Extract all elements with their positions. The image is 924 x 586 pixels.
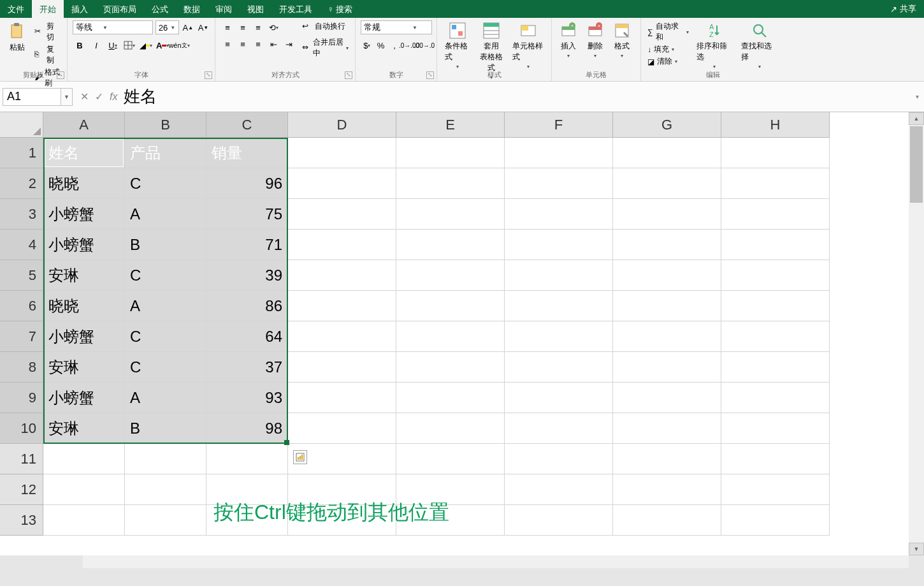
row-header-7[interactable]: 7 <box>0 321 43 352</box>
tab-formulas[interactable]: 公式 <box>144 0 176 18</box>
decrease-decimal-button[interactable]: .00→.0 <box>417 38 431 52</box>
align-center-button[interactable]: ≡ <box>236 37 250 51</box>
column-header-B[interactable]: B <box>125 112 206 138</box>
align-bottom-button[interactable]: ≡ <box>251 20 265 34</box>
orientation-button[interactable]: ⟲▾ <box>266 20 280 34</box>
cell-B12[interactable] <box>125 474 206 505</box>
vertical-scrollbar[interactable]: ▲ ▼ <box>909 112 924 555</box>
scroll-up-button[interactable]: ▲ <box>909 112 924 125</box>
cell-F10[interactable] <box>505 413 613 444</box>
cell-A7[interactable]: 小螃蟹 <box>43 321 125 352</box>
cancel-formula-button[interactable]: ✕ <box>80 91 89 103</box>
cell-E4[interactable] <box>396 230 505 260</box>
cell-A4[interactable]: 小螃蟹 <box>43 230 125 260</box>
increase-font-button[interactable]: A▲ <box>182 20 194 34</box>
quick-analysis-button[interactable] <box>293 450 307 464</box>
outdent-button[interactable]: ⇤ <box>266 37 280 51</box>
row-header-11[interactable]: 11 <box>0 444 43 474</box>
border-button[interactable]: ▾ <box>122 38 136 52</box>
cell-D8[interactable] <box>288 352 396 383</box>
cell-A11[interactable] <box>43 444 125 474</box>
cell-G5[interactable] <box>613 260 721 291</box>
cell-E3[interactable] <box>396 199 505 230</box>
column-header-C[interactable]: C <box>206 112 288 138</box>
horizontal-scrollbar[interactable] <box>83 555 909 568</box>
cell-F1[interactable] <box>505 138 613 168</box>
cell-C5[interactable]: 39 <box>206 260 288 291</box>
tab-page-layout[interactable]: 页面布局 <box>96 0 144 18</box>
font-color-button[interactable]: A▾ <box>155 38 170 52</box>
phonetic-button[interactable]: wén文▾ <box>172 38 186 52</box>
row-header-1[interactable]: 1 <box>0 138 43 168</box>
cell-C10[interactable]: 98 <box>206 413 288 444</box>
cell-E5[interactable] <box>396 260 505 291</box>
font-launcher[interactable]: ⤡ <box>205 71 212 79</box>
cell-D2[interactable] <box>288 168 396 199</box>
tab-home[interactable]: 开始 <box>32 0 64 18</box>
cell-E9[interactable] <box>396 383 505 413</box>
cell-A1[interactable]: 姓名 <box>43 138 125 168</box>
cell-A12[interactable] <box>43 474 125 505</box>
cell-E11[interactable] <box>396 444 505 474</box>
clear-button[interactable]: ◪清除▾ <box>646 55 690 68</box>
row-header-8[interactable]: 8 <box>0 352 43 383</box>
scroll-down-button[interactable]: ▼ <box>909 543 924 555</box>
tab-view[interactable]: 视图 <box>240 0 271 18</box>
cell-C7[interactable]: 64 <box>206 321 288 352</box>
underline-button[interactable]: U▾ <box>106 38 120 52</box>
cell-A8[interactable]: 安琳 <box>43 352 125 383</box>
expand-formula-bar[interactable]: ▾ <box>910 93 924 100</box>
align-right-button[interactable]: ≡ <box>251 37 265 51</box>
cell-H1[interactable] <box>721 138 830 168</box>
cell-C3[interactable]: 75 <box>206 199 288 230</box>
cell-D7[interactable] <box>288 321 396 352</box>
name-box-dropdown[interactable]: ▼ <box>61 88 73 106</box>
copy-button[interactable]: ⎘复制 <box>33 43 62 66</box>
fill-color-button[interactable]: ◢▾ <box>139 38 153 52</box>
cell-C4[interactable]: 71 <box>206 230 288 260</box>
cell-F3[interactable] <box>505 199 613 230</box>
percent-button[interactable]: % <box>375 38 387 52</box>
cell-G11[interactable] <box>613 444 721 474</box>
cell-A5[interactable]: 安琳 <box>43 260 125 291</box>
cell-H10[interactable] <box>721 413 830 444</box>
cell-F8[interactable] <box>505 352 613 383</box>
wrap-text-button[interactable]: ↩自动换行 <box>301 20 350 33</box>
cell-G1[interactable] <box>613 138 721 168</box>
row-header-6[interactable]: 6 <box>0 291 43 321</box>
cell-G6[interactable] <box>613 291 721 321</box>
number-launcher[interactable]: ⤡ <box>426 71 434 79</box>
cell-B7[interactable]: C <box>125 321 206 352</box>
cell-G12[interactable] <box>613 474 721 505</box>
cell-G13[interactable] <box>613 505 721 536</box>
cell-A9[interactable]: 小螃蟹 <box>43 383 125 413</box>
cell-C6[interactable]: 86 <box>206 291 288 321</box>
cell-G4[interactable] <box>613 230 721 260</box>
alignment-launcher[interactable]: ⤡ <box>345 71 352 79</box>
cell-H6[interactable] <box>721 291 830 321</box>
cell-C1[interactable]: 销量 <box>206 138 288 168</box>
autosum-button[interactable]: ∑自动求和▾ <box>646 20 690 43</box>
column-header-E[interactable]: E <box>396 112 505 138</box>
cell-H11[interactable] <box>721 444 830 474</box>
cell-B4[interactable]: B <box>125 230 206 260</box>
cell-G2[interactable] <box>613 168 721 199</box>
cell-H9[interactable] <box>721 383 830 413</box>
cell-F4[interactable] <box>505 230 613 260</box>
cell-F2[interactable] <box>505 168 613 199</box>
cell-E8[interactable] <box>396 352 505 383</box>
cell-D9[interactable] <box>288 383 396 413</box>
cell-F7[interactable] <box>505 321 613 352</box>
cell-B6[interactable]: A <box>125 291 206 321</box>
cell-A13[interactable] <box>43 505 125 536</box>
italic-button[interactable]: I <box>89 38 103 52</box>
cell-C9[interactable]: 93 <box>206 383 288 413</box>
number-format-select[interactable]: 常规▼ <box>361 20 432 34</box>
cell-B13[interactable] <box>125 505 206 536</box>
row-header-3[interactable]: 3 <box>0 199 43 230</box>
cell-B10[interactable]: B <box>125 413 206 444</box>
row-header-4[interactable]: 4 <box>0 230 43 260</box>
cell-H7[interactable] <box>721 321 830 352</box>
cell-H3[interactable] <box>721 199 830 230</box>
cell-H2[interactable] <box>721 168 830 199</box>
